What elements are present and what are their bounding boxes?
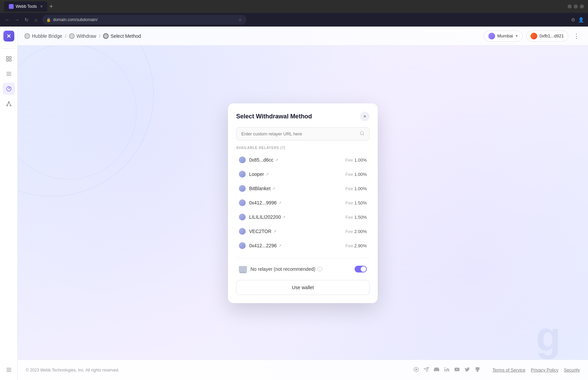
bookmark-icon[interactable]: ☆ (238, 17, 242, 22)
relayer-fee-4: Fee 1.50% (345, 215, 367, 220)
browser-chrome: Webb Tools × + (0, 0, 588, 13)
select-withdrawal-dialog: Select Withdrawal Method × AVAILABLE REL… (228, 103, 378, 303)
relayer-name-4: LILILILI202200 ↗ (249, 214, 345, 220)
relayer-dot-2 (239, 185, 246, 192)
search-icon (360, 131, 364, 137)
svg-rect-1 (9, 56, 11, 58)
no-relayer-toggle[interactable] (355, 266, 367, 272)
browser-actions: ⚙ 👤 (571, 17, 584, 22)
relayer-name-5: VEC2TOR ↗ (249, 229, 345, 234)
wallet-card-icon (239, 266, 247, 272)
active-tab[interactable]: Webb Tools × (4, 1, 47, 12)
svg-point-10 (8, 101, 9, 102)
relayer-fee-6: Fee 2.90% (345, 243, 367, 248)
sidebar-item-bridge[interactable] (3, 83, 15, 95)
tab-label: Webb Tools (16, 4, 37, 9)
sidebar-divider-top (2, 48, 16, 49)
svg-line-13 (7, 102, 9, 105)
relayer-item-5[interactable]: VEC2TOR ↗ Fee 2.00% (236, 225, 370, 238)
address-bar[interactable]: 🔒 domain.com/subdomain/ ☆ (42, 15, 246, 24)
relayer-dot-6 (239, 242, 246, 249)
svg-line-14 (9, 102, 11, 105)
svg-line-22 (363, 134, 364, 135)
relayer-dot-0 (239, 156, 246, 163)
relayer-name-1: Looper ↗ (249, 171, 345, 177)
dialog-close-button[interactable]: × (360, 112, 370, 121)
lock-icon: 🔒 (46, 18, 51, 22)
svg-rect-0 (6, 56, 8, 58)
relayer-dot-5 (239, 228, 246, 235)
relayer-name-6: 0x412...2296 ↗ (249, 243, 345, 248)
relayer-dot-4 (239, 214, 246, 220)
relayer-search-box[interactable] (236, 127, 370, 141)
svg-rect-2 (6, 60, 8, 61)
window-controls (568, 4, 584, 9)
external-link-icon-2[interactable]: ↗ (272, 186, 275, 191)
home-button[interactable]: ⌂ (33, 17, 39, 22)
relayer-item-4[interactable]: LILILILI202200 ↗ Fee 1.50% (236, 210, 370, 224)
url-text: domain.com/subdomain/ (53, 17, 98, 22)
svg-point-11 (6, 105, 7, 106)
relayer-item-2[interactable]: BitBlanket ↗ Fee 1.00% (236, 182, 370, 195)
sidebar-item-transactions[interactable] (3, 68, 15, 80)
relayer-name-3: 0x412...9996 ↗ (249, 200, 345, 205)
dialog-title: Select Withdrawal Method (236, 113, 312, 120)
close-window-button[interactable] (580, 4, 584, 9)
relayer-item-0[interactable]: 0x85...d6cc ↗ Fee 1.00% (236, 153, 370, 167)
sidebar-item-dashboard[interactable] (3, 53, 15, 65)
tab-bar: Webb Tools × + (4, 1, 565, 12)
reload-button[interactable]: ↻ (23, 17, 30, 22)
minimize-button[interactable] (568, 4, 572, 9)
use-wallet-button[interactable]: Use wallet (236, 280, 370, 295)
no-relayer-option[interactable]: No relayer (not recommended) i (236, 262, 370, 276)
relayer-list: 0x85...d6cc ↗ Fee 1.00% Looper ↗ (236, 153, 370, 252)
relayer-item-1[interactable]: Looper ↗ Fee 1.00% (236, 167, 370, 181)
sidebar-item-network[interactable] (3, 98, 15, 110)
sidebar-item-footer[interactable] (3, 364, 15, 376)
main-content: g Hubble Bridge / Withdraw / (18, 27, 588, 380)
sidebar: ✕ (0, 27, 18, 380)
relayers-section-label: AVAILABLE RELAYERS (7) (236, 146, 370, 150)
maximize-button[interactable] (574, 4, 578, 9)
svg-point-21 (360, 132, 363, 135)
relayer-fee-2: Fee 1.00% (345, 186, 367, 191)
relayer-fee-1: Fee 1.00% (345, 172, 367, 177)
relayer-dot-1 (239, 171, 246, 178)
relayer-fee-0: Fee 1.00% (345, 158, 367, 163)
info-icon[interactable]: i (317, 267, 322, 271)
sidebar-bottom (3, 364, 15, 376)
relayer-name-2: BitBlanket ↗ (249, 186, 345, 191)
dialog-header: Select Withdrawal Method × (236, 112, 370, 121)
dialog-overlay: Select Withdrawal Method × AVAILABLE REL… (18, 27, 588, 380)
external-link-icon-0[interactable]: ↗ (275, 158, 278, 162)
relayer-url-input[interactable] (241, 131, 360, 136)
external-link-icon-6[interactable]: ↗ (278, 244, 281, 248)
profile-button[interactable]: 👤 (578, 17, 584, 22)
relayer-dot-3 (239, 199, 246, 206)
relayer-item-6[interactable]: 0x412...2296 ↗ Fee 2.90% (236, 239, 370, 252)
svg-point-12 (10, 105, 11, 106)
dialog-divider (236, 258, 370, 258)
external-link-icon-3[interactable]: ↗ (278, 201, 281, 205)
external-link-icon-5[interactable]: ↗ (273, 229, 276, 234)
no-relayer-label: No relayer (not recommended) i (250, 266, 355, 272)
relayer-fee-5: Fee 2.00% (345, 229, 367, 234)
relayer-fee-3: Fee 1.50% (345, 200, 367, 205)
app-logo[interactable]: ✕ (3, 31, 14, 42)
address-bar-row: ← → ↻ ⌂ 🔒 domain.com/subdomain/ ☆ ⚙ 👤 (0, 13, 588, 27)
relayer-name-0: 0x85...d6cc ↗ (249, 157, 345, 163)
extensions-button[interactable]: ⚙ (571, 17, 575, 22)
external-link-icon-1[interactable]: ↗ (266, 172, 269, 177)
new-tab-button[interactable]: + (49, 3, 53, 10)
external-link-icon-4[interactable]: ↗ (282, 215, 285, 219)
app-layout: ✕ g (0, 27, 588, 380)
tab-close-button[interactable]: × (40, 4, 43, 9)
relayer-item-3[interactable]: 0x412...9996 ↗ Fee 1.50% (236, 196, 370, 210)
forward-button[interactable]: → (14, 17, 20, 22)
tab-favicon (9, 4, 14, 9)
back-button[interactable]: ← (4, 17, 11, 22)
svg-rect-3 (9, 60, 11, 61)
